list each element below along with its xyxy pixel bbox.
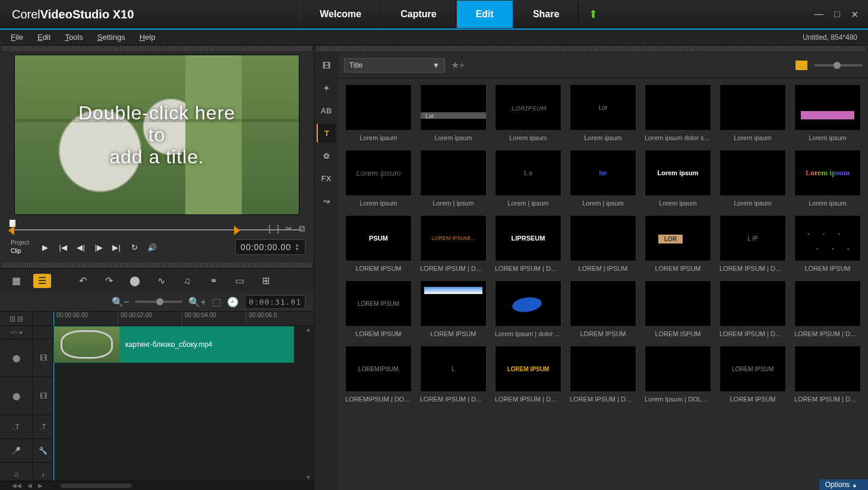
step-share[interactable]: Share	[513, 1, 579, 28]
panel-grip[interactable]	[2, 46, 311, 51]
library-gallery-select[interactable]: Title▼	[344, 58, 445, 72]
cat-instant-icon[interactable]: ✦	[317, 78, 336, 97]
title-preset[interactable]: L oLorem | ipsum	[494, 150, 563, 207]
mode-clip[interactable]: Clip	[8, 247, 31, 255]
title-preset[interactable]: LorLorem ipsum	[569, 84, 637, 141]
timeline-ruler[interactable]: 00:00:00.00 00:00:02.00 00:00:04.00 00:0…	[53, 312, 314, 326]
zoom-in-icon[interactable]: 🔍+	[188, 296, 206, 308]
preview-monitor[interactable]: Double-click here to add a title.	[14, 55, 299, 215]
cat-path-icon[interactable]: ↝	[317, 191, 336, 210]
options-panel-toggle[interactable]: Options	[819, 479, 868, 490]
title-preset[interactable]: LOREM IPSUMLOREM IPSUM	[718, 346, 787, 403]
title-preset[interactable]: Lorem ipsum	[793, 84, 862, 141]
title-preset[interactable]: LOREM IPSUM | DOL...	[718, 280, 787, 337]
redo-icon[interactable]: ↷	[100, 274, 118, 288]
title-preset[interactable]: Lorem ipsum	[718, 84, 787, 141]
snapshot-icon[interactable]: ⧉	[299, 223, 305, 234]
title-preset[interactable]: Lorem | ipsum	[419, 150, 488, 207]
add-remove-tracks[interactable]: +/− ▾	[0, 326, 33, 339]
title-preset[interactable]: LOREM IPSUM | DOL...	[569, 346, 637, 403]
prev-frame-icon[interactable]: ◀|	[73, 239, 89, 255]
home-icon[interactable]: |◀	[55, 239, 71, 255]
title-preset[interactable]: ʟᴏʀɪᴘꜱᴜᴍLorem ipsum	[494, 84, 563, 141]
title-preset[interactable]: Lorem Ipsum | dolor sit ...	[494, 280, 563, 337]
menu-help[interactable]: Help	[140, 33, 156, 42]
mark-in-icon[interactable]	[8, 226, 14, 235]
auto-music-icon[interactable]: ♫	[178, 274, 196, 288]
zoom-out-icon[interactable]: 🔍−	[112, 296, 129, 308]
hscroll-thumb[interactable]	[61, 483, 132, 488]
menu-tools[interactable]: Tools	[65, 33, 83, 42]
minimize-icon[interactable]: —	[814, 9, 823, 20]
thumb-size-slider[interactable]	[815, 64, 862, 67]
play-icon[interactable]: ▶	[37, 239, 53, 255]
track-title-header[interactable]: .T	[0, 415, 33, 439]
loop-icon[interactable]: ↻	[127, 239, 142, 255]
title-preset[interactable]: Lorem ipsumLorem ipsum	[344, 150, 413, 207]
record-icon[interactable]: ⬤	[126, 274, 144, 288]
track-overlay-header[interactable]: ⬤	[0, 377, 33, 415]
title-preset[interactable]: LOREM IPSUM!...LOREM IPSUM | DOL...	[419, 215, 488, 272]
scroll-down-icon[interactable]: ▼	[305, 474, 311, 480]
maximize-icon[interactable]: □	[834, 9, 840, 20]
end-icon[interactable]: ▶|	[109, 239, 124, 255]
thumbnail-view-icon[interactable]	[796, 61, 807, 70]
title-preset[interactable]: LOREM IPSUM | DOL...	[793, 280, 862, 337]
timecode-display[interactable]: 00:00:00.00 ▲▼	[235, 239, 305, 255]
menu-settings[interactable]: Settings	[97, 33, 125, 42]
audio-mixer-icon[interactable]: ∿	[152, 274, 170, 288]
title-placeholder[interactable]: Double-click here to add a title.	[15, 55, 299, 214]
mode-project[interactable]: Project	[8, 239, 31, 247]
title-preset[interactable]: PSUMLOREM IPSUM	[344, 215, 413, 272]
track-voice-header[interactable]: 🎤	[0, 439, 33, 463]
cat-title-icon[interactable]: T	[317, 124, 336, 143]
title-preset[interactable]: Lorem ipsumLorem ipsum	[643, 150, 712, 207]
title-preset[interactable]: Lorem ipsum dolor sit a...	[643, 84, 712, 141]
title-preset[interactable]: LLOREM IPSUM | DOL...	[419, 346, 488, 403]
clock-icon[interactable]: 🕘	[227, 296, 239, 308]
scrubber[interactable]: [ ] ✂ ⧉	[8, 222, 305, 233]
next-frame-icon[interactable]: |▶	[91, 239, 106, 255]
scroll-right-icon[interactable]: ▶	[38, 482, 43, 489]
title-preset[interactable]: Lorem ipsum	[718, 150, 787, 207]
split-icon[interactable]: ✂	[285, 223, 293, 234]
title-preset[interactable]: LOREM IPSUM	[419, 280, 488, 337]
cat-media-icon[interactable]: 🎞	[317, 56, 336, 75]
upgrade-icon[interactable]: ⬆	[586, 7, 600, 21]
title-preset[interactable]: LOREM | IPSUM	[569, 215, 637, 272]
track-video-icon[interactable]: 🎞	[33, 339, 53, 377]
title-preset[interactable]: Lorem ipsumLorem ipsum	[793, 150, 862, 207]
title-preset[interactable]: LOREM IPSUM | DOL...	[793, 346, 862, 403]
tc-down-icon[interactable]: ▼	[295, 247, 300, 251]
multitrim-icon[interactable]: ⚭	[204, 274, 222, 288]
step-edit[interactable]: Edit	[456, 1, 513, 28]
title-preset[interactable]: Lorem ipsum	[419, 84, 488, 141]
timeline-hscroll[interactable]: ◀◀ ◀ ▶	[0, 480, 314, 490]
add-favorite-icon[interactable]: ★+	[451, 59, 465, 71]
menu-file[interactable]: File	[11, 33, 23, 42]
track-title-icon[interactable]: .T	[33, 415, 53, 439]
bracket-out-icon[interactable]: ]	[277, 223, 279, 234]
title-preset[interactable]: Lorem Ipsum | DOLOR ...	[643, 346, 712, 403]
bracket-in-icon[interactable]: [	[269, 223, 271, 234]
title-preset[interactable]: LOREM IPSUM	[643, 215, 712, 272]
cat-filter-icon[interactable]: FX	[317, 169, 336, 188]
title-preset[interactable]: LOREM IPSUM	[569, 280, 637, 337]
volume-icon[interactable]: 🔊	[144, 239, 160, 255]
track-music-header[interactable]: ♫	[0, 463, 33, 480]
title-preset[interactable]: LOREM ISPUM	[643, 280, 712, 337]
title-preset[interactable]: LOREM IPSUM	[793, 215, 862, 272]
scroll-up-icon[interactable]: ▲	[305, 326, 311, 333]
cat-transition-icon[interactable]: AB	[317, 101, 336, 120]
zoom-slider[interactable]	[135, 301, 182, 303]
video-clip[interactable]: картинг-близко_сбоку.mp4	[53, 326, 294, 363]
panel-grip-3[interactable]	[317, 46, 866, 51]
timeline-view-icon[interactable]: ☰	[33, 274, 51, 288]
fit-project-icon[interactable]: ⬚	[212, 296, 221, 308]
title-preset[interactable]: lorLorem | ipsum	[569, 150, 637, 207]
title-preset[interactable]: LOREM IPSUMLOREM IPSUM | DOL...	[494, 346, 563, 403]
title-preset[interactable]: L IPLOREM IPSUM | DOL...	[718, 215, 787, 272]
title-preset[interactable]: Lorem ipsum	[344, 84, 413, 141]
storyboard-view-icon[interactable]: ▦	[7, 274, 25, 288]
title-preset[interactable]: LOREM IPSUMLOREM IPSUM	[344, 280, 413, 337]
